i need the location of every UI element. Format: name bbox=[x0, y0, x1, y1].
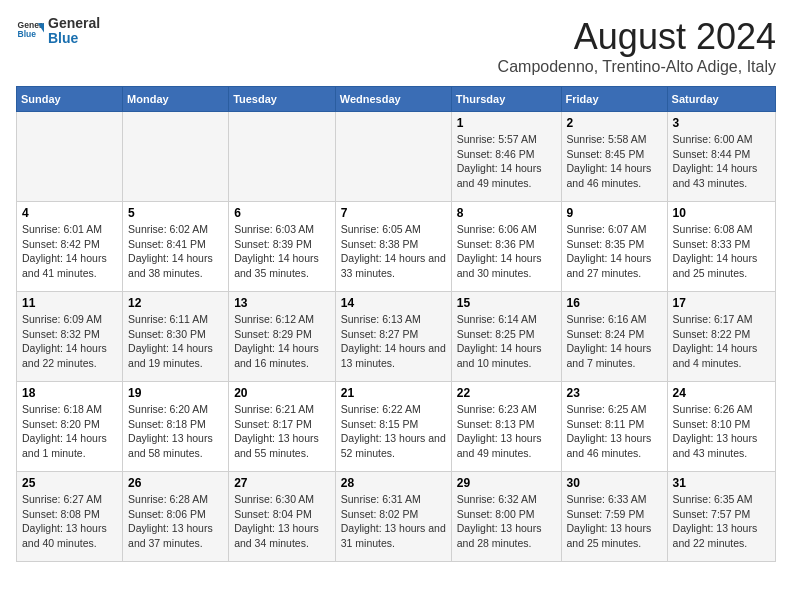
day-info: Sunrise: 6:35 AMSunset: 7:57 PMDaylight:… bbox=[673, 492, 770, 551]
day-info: Sunrise: 6:17 AMSunset: 8:22 PMDaylight:… bbox=[673, 312, 770, 371]
calendar-cell bbox=[335, 112, 451, 202]
page-header: General Blue General Blue August 2024 Ca… bbox=[16, 16, 776, 76]
day-number: 25 bbox=[22, 476, 117, 490]
day-info: Sunrise: 6:07 AMSunset: 8:35 PMDaylight:… bbox=[567, 222, 662, 281]
day-info: Sunrise: 5:58 AMSunset: 8:45 PMDaylight:… bbox=[567, 132, 662, 191]
day-number: 9 bbox=[567, 206, 662, 220]
day-info: Sunrise: 6:08 AMSunset: 8:33 PMDaylight:… bbox=[673, 222, 770, 281]
day-number: 12 bbox=[128, 296, 223, 310]
day-info: Sunrise: 6:20 AMSunset: 8:18 PMDaylight:… bbox=[128, 402, 223, 461]
calendar-table: Sunday Monday Tuesday Wednesday Thursday… bbox=[16, 86, 776, 562]
day-info: Sunrise: 6:16 AMSunset: 8:24 PMDaylight:… bbox=[567, 312, 662, 371]
title-section: August 2024 Campodenno, Trentino-Alto Ad… bbox=[498, 16, 776, 76]
logo-general: General bbox=[48, 16, 100, 31]
day-info: Sunrise: 6:22 AMSunset: 8:15 PMDaylight:… bbox=[341, 402, 446, 461]
calendar-cell: 6Sunrise: 6:03 AMSunset: 8:39 PMDaylight… bbox=[229, 202, 336, 292]
day-number: 2 bbox=[567, 116, 662, 130]
logo-text: General Blue bbox=[48, 16, 100, 47]
day-number: 22 bbox=[457, 386, 556, 400]
day-number: 28 bbox=[341, 476, 446, 490]
calendar-header: Sunday Monday Tuesday Wednesday Thursday… bbox=[17, 87, 776, 112]
day-number: 5 bbox=[128, 206, 223, 220]
day-number: 10 bbox=[673, 206, 770, 220]
calendar-cell: 2Sunrise: 5:58 AMSunset: 8:45 PMDaylight… bbox=[561, 112, 667, 202]
day-info: Sunrise: 6:03 AMSunset: 8:39 PMDaylight:… bbox=[234, 222, 330, 281]
header-saturday: Saturday bbox=[667, 87, 775, 112]
day-number: 1 bbox=[457, 116, 556, 130]
calendar-cell: 29Sunrise: 6:32 AMSunset: 8:00 PMDayligh… bbox=[451, 472, 561, 562]
header-row: Sunday Monday Tuesday Wednesday Thursday… bbox=[17, 87, 776, 112]
week-row-3: 11Sunrise: 6:09 AMSunset: 8:32 PMDayligh… bbox=[17, 292, 776, 382]
day-info: Sunrise: 6:25 AMSunset: 8:11 PMDaylight:… bbox=[567, 402, 662, 461]
calendar-cell: 24Sunrise: 6:26 AMSunset: 8:10 PMDayligh… bbox=[667, 382, 775, 472]
day-info: Sunrise: 6:00 AMSunset: 8:44 PMDaylight:… bbox=[673, 132, 770, 191]
week-row-2: 4Sunrise: 6:01 AMSunset: 8:42 PMDaylight… bbox=[17, 202, 776, 292]
logo-blue: Blue bbox=[48, 31, 100, 46]
day-number: 4 bbox=[22, 206, 117, 220]
calendar-body: 1Sunrise: 5:57 AMSunset: 8:46 PMDaylight… bbox=[17, 112, 776, 562]
calendar-cell: 11Sunrise: 6:09 AMSunset: 8:32 PMDayligh… bbox=[17, 292, 123, 382]
calendar-cell: 4Sunrise: 6:01 AMSunset: 8:42 PMDaylight… bbox=[17, 202, 123, 292]
day-number: 19 bbox=[128, 386, 223, 400]
calendar-cell: 10Sunrise: 6:08 AMSunset: 8:33 PMDayligh… bbox=[667, 202, 775, 292]
day-number: 26 bbox=[128, 476, 223, 490]
day-number: 21 bbox=[341, 386, 446, 400]
day-number: 11 bbox=[22, 296, 117, 310]
calendar-cell: 1Sunrise: 5:57 AMSunset: 8:46 PMDaylight… bbox=[451, 112, 561, 202]
day-number: 18 bbox=[22, 386, 117, 400]
calendar-cell: 17Sunrise: 6:17 AMSunset: 8:22 PMDayligh… bbox=[667, 292, 775, 382]
day-number: 3 bbox=[673, 116, 770, 130]
day-info: Sunrise: 6:13 AMSunset: 8:27 PMDaylight:… bbox=[341, 312, 446, 371]
week-row-4: 18Sunrise: 6:18 AMSunset: 8:20 PMDayligh… bbox=[17, 382, 776, 472]
calendar-cell: 3Sunrise: 6:00 AMSunset: 8:44 PMDaylight… bbox=[667, 112, 775, 202]
svg-text:Blue: Blue bbox=[18, 30, 37, 40]
day-info: Sunrise: 6:01 AMSunset: 8:42 PMDaylight:… bbox=[22, 222, 117, 281]
day-number: 14 bbox=[341, 296, 446, 310]
header-wednesday: Wednesday bbox=[335, 87, 451, 112]
day-number: 16 bbox=[567, 296, 662, 310]
day-info: Sunrise: 5:57 AMSunset: 8:46 PMDaylight:… bbox=[457, 132, 556, 191]
day-info: Sunrise: 6:11 AMSunset: 8:30 PMDaylight:… bbox=[128, 312, 223, 371]
calendar-cell: 21Sunrise: 6:22 AMSunset: 8:15 PMDayligh… bbox=[335, 382, 451, 472]
calendar-cell: 30Sunrise: 6:33 AMSunset: 7:59 PMDayligh… bbox=[561, 472, 667, 562]
logo-icon: General Blue bbox=[16, 17, 44, 45]
day-number: 13 bbox=[234, 296, 330, 310]
day-info: Sunrise: 6:33 AMSunset: 7:59 PMDaylight:… bbox=[567, 492, 662, 551]
calendar-cell: 27Sunrise: 6:30 AMSunset: 8:04 PMDayligh… bbox=[229, 472, 336, 562]
day-number: 6 bbox=[234, 206, 330, 220]
day-number: 29 bbox=[457, 476, 556, 490]
calendar-cell: 31Sunrise: 6:35 AMSunset: 7:57 PMDayligh… bbox=[667, 472, 775, 562]
calendar-cell bbox=[123, 112, 229, 202]
calendar-cell: 14Sunrise: 6:13 AMSunset: 8:27 PMDayligh… bbox=[335, 292, 451, 382]
day-number: 23 bbox=[567, 386, 662, 400]
day-info: Sunrise: 6:02 AMSunset: 8:41 PMDaylight:… bbox=[128, 222, 223, 281]
calendar-cell bbox=[17, 112, 123, 202]
calendar-cell: 20Sunrise: 6:21 AMSunset: 8:17 PMDayligh… bbox=[229, 382, 336, 472]
calendar-cell: 15Sunrise: 6:14 AMSunset: 8:25 PMDayligh… bbox=[451, 292, 561, 382]
day-number: 15 bbox=[457, 296, 556, 310]
day-info: Sunrise: 6:26 AMSunset: 8:10 PMDaylight:… bbox=[673, 402, 770, 461]
calendar-cell: 18Sunrise: 6:18 AMSunset: 8:20 PMDayligh… bbox=[17, 382, 123, 472]
day-number: 24 bbox=[673, 386, 770, 400]
calendar-cell: 5Sunrise: 6:02 AMSunset: 8:41 PMDaylight… bbox=[123, 202, 229, 292]
day-info: Sunrise: 6:28 AMSunset: 8:06 PMDaylight:… bbox=[128, 492, 223, 551]
day-info: Sunrise: 6:32 AMSunset: 8:00 PMDaylight:… bbox=[457, 492, 556, 551]
day-number: 17 bbox=[673, 296, 770, 310]
week-row-1: 1Sunrise: 5:57 AMSunset: 8:46 PMDaylight… bbox=[17, 112, 776, 202]
day-info: Sunrise: 6:09 AMSunset: 8:32 PMDaylight:… bbox=[22, 312, 117, 371]
calendar-cell bbox=[229, 112, 336, 202]
week-row-5: 25Sunrise: 6:27 AMSunset: 8:08 PMDayligh… bbox=[17, 472, 776, 562]
day-info: Sunrise: 6:21 AMSunset: 8:17 PMDaylight:… bbox=[234, 402, 330, 461]
day-number: 8 bbox=[457, 206, 556, 220]
day-info: Sunrise: 6:30 AMSunset: 8:04 PMDaylight:… bbox=[234, 492, 330, 551]
day-info: Sunrise: 6:18 AMSunset: 8:20 PMDaylight:… bbox=[22, 402, 117, 461]
calendar-cell: 19Sunrise: 6:20 AMSunset: 8:18 PMDayligh… bbox=[123, 382, 229, 472]
day-info: Sunrise: 6:31 AMSunset: 8:02 PMDaylight:… bbox=[341, 492, 446, 551]
calendar-cell: 28Sunrise: 6:31 AMSunset: 8:02 PMDayligh… bbox=[335, 472, 451, 562]
day-info: Sunrise: 6:12 AMSunset: 8:29 PMDaylight:… bbox=[234, 312, 330, 371]
logo: General Blue General Blue bbox=[16, 16, 100, 47]
header-friday: Friday bbox=[561, 87, 667, 112]
calendar-cell: 23Sunrise: 6:25 AMSunset: 8:11 PMDayligh… bbox=[561, 382, 667, 472]
main-title: August 2024 bbox=[498, 16, 776, 58]
calendar-cell: 8Sunrise: 6:06 AMSunset: 8:36 PMDaylight… bbox=[451, 202, 561, 292]
